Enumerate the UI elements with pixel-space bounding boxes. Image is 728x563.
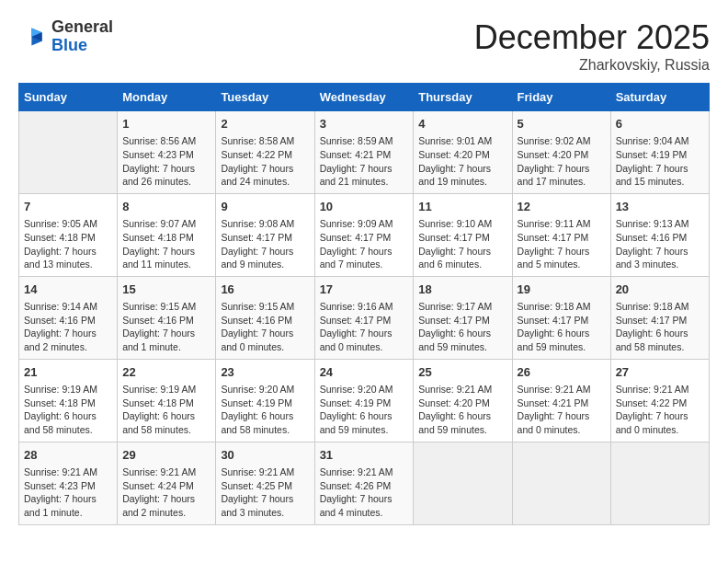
day-number: 2	[221, 116, 309, 132]
page-header: General Blue December 2025 Zharkovskiy, …	[18, 18, 710, 74]
calendar-cell: 19Sunrise: 9:18 AM Sunset: 4:17 PM Dayli…	[512, 276, 610, 359]
calendar-cell: 11Sunrise: 9:10 AM Sunset: 4:17 PM Dayli…	[414, 193, 512, 276]
day-info: Sunrise: 9:13 AM Sunset: 4:16 PM Dayligh…	[616, 217, 704, 271]
calendar-cell: 30Sunrise: 9:21 AM Sunset: 4:25 PM Dayli…	[216, 442, 314, 524]
location-subtitle: Zharkovskiy, Russia	[474, 57, 710, 74]
day-info: Sunrise: 9:01 AM Sunset: 4:20 PM Dayligh…	[418, 134, 506, 189]
day-info: Sunrise: 9:15 AM Sunset: 4:16 PM Dayligh…	[122, 300, 210, 354]
calendar-cell: 25Sunrise: 9:21 AM Sunset: 4:20 PM Dayli…	[414, 359, 512, 442]
day-info: Sunrise: 9:19 AM Sunset: 4:18 PM Dayligh…	[24, 383, 112, 437]
calendar-cell: 12Sunrise: 9:11 AM Sunset: 4:17 PM Dayli…	[512, 193, 610, 276]
day-info: Sunrise: 9:20 AM Sunset: 4:19 PM Dayligh…	[221, 383, 309, 437]
weekday-header-thursday: Thursday	[414, 84, 512, 111]
day-number: 13	[616, 199, 704, 215]
calendar-cell: 28Sunrise: 9:21 AM Sunset: 4:23 PM Dayli…	[19, 442, 118, 524]
day-info: Sunrise: 9:02 AM Sunset: 4:20 PM Dayligh…	[518, 134, 606, 189]
day-info: Sunrise: 9:05 AM Sunset: 4:18 PM Dayligh…	[24, 217, 112, 271]
day-number: 25	[418, 364, 506, 381]
day-info: Sunrise: 9:10 AM Sunset: 4:17 PM Dayligh…	[418, 217, 506, 271]
calendar-cell: 17Sunrise: 9:16 AM Sunset: 4:17 PM Dayli…	[314, 276, 414, 359]
calendar-cell: 18Sunrise: 9:17 AM Sunset: 4:17 PM Dayli…	[414, 276, 512, 359]
day-number: 19	[518, 282, 606, 298]
day-number: 4	[418, 116, 506, 132]
title-block: December 2025 Zharkovskiy, Russia	[474, 18, 710, 74]
day-number: 14	[24, 282, 112, 298]
calendar-cell: 13Sunrise: 9:13 AM Sunset: 4:16 PM Dayli…	[610, 193, 709, 276]
weekday-header-monday: Monday	[118, 84, 216, 111]
day-number: 16	[221, 282, 309, 298]
day-info: Sunrise: 9:21 AM Sunset: 4:22 PM Dayligh…	[616, 383, 704, 437]
day-info: Sunrise: 8:59 AM Sunset: 4:21 PM Dayligh…	[320, 134, 409, 189]
day-info: Sunrise: 9:07 AM Sunset: 4:18 PM Dayligh…	[122, 217, 210, 271]
calendar-cell: 7Sunrise: 9:05 AM Sunset: 4:18 PM Daylig…	[19, 193, 118, 276]
day-info: Sunrise: 8:58 AM Sunset: 4:22 PM Dayligh…	[221, 134, 309, 189]
calendar-cell: 2Sunrise: 8:58 AM Sunset: 4:22 PM Daylig…	[216, 111, 314, 194]
day-info: Sunrise: 9:04 AM Sunset: 4:19 PM Dayligh…	[616, 134, 704, 189]
day-info: Sunrise: 9:21 AM Sunset: 4:26 PM Dayligh…	[320, 465, 409, 520]
calendar-cell	[512, 442, 610, 524]
calendar-cell: 20Sunrise: 9:18 AM Sunset: 4:17 PM Dayli…	[610, 276, 709, 359]
day-number: 3	[320, 116, 409, 132]
weekday-header-tuesday: Tuesday	[216, 84, 314, 111]
day-info: Sunrise: 9:21 AM Sunset: 4:25 PM Dayligh…	[221, 465, 309, 520]
day-number: 27	[616, 364, 704, 381]
calendar-cell: 21Sunrise: 9:19 AM Sunset: 4:18 PM Dayli…	[19, 359, 118, 442]
day-info: Sunrise: 9:21 AM Sunset: 4:24 PM Dayligh…	[122, 465, 210, 520]
calendar-cell: 24Sunrise: 9:20 AM Sunset: 4:19 PM Dayli…	[314, 359, 414, 442]
day-info: Sunrise: 9:21 AM Sunset: 4:20 PM Dayligh…	[418, 383, 506, 437]
day-number: 1	[122, 116, 210, 132]
calendar-cell: 26Sunrise: 9:21 AM Sunset: 4:21 PM Dayli…	[512, 359, 610, 442]
day-number: 21	[24, 364, 112, 381]
month-title: December 2025	[474, 18, 710, 57]
day-number: 8	[122, 199, 210, 215]
day-number: 7	[24, 199, 112, 215]
day-number: 17	[320, 282, 409, 298]
day-info: Sunrise: 9:21 AM Sunset: 4:23 PM Dayligh…	[24, 465, 112, 520]
calendar-cell: 8Sunrise: 9:07 AM Sunset: 4:18 PM Daylig…	[118, 193, 216, 276]
calendar-cell	[610, 442, 709, 524]
day-number: 24	[320, 364, 409, 381]
calendar-cell: 31Sunrise: 9:21 AM Sunset: 4:26 PM Dayli…	[314, 442, 414, 524]
calendar-cell: 15Sunrise: 9:15 AM Sunset: 4:16 PM Dayli…	[118, 276, 216, 359]
calendar-cell: 27Sunrise: 9:21 AM Sunset: 4:22 PM Dayli…	[610, 359, 709, 442]
day-info: Sunrise: 9:17 AM Sunset: 4:17 PM Dayligh…	[418, 300, 506, 354]
calendar-cell	[414, 442, 512, 524]
day-number: 26	[518, 364, 606, 381]
calendar-week-row: 1Sunrise: 8:56 AM Sunset: 4:23 PM Daylig…	[19, 111, 710, 194]
day-number: 31	[320, 447, 409, 464]
calendar-week-row: 7Sunrise: 9:05 AM Sunset: 4:18 PM Daylig…	[19, 193, 710, 276]
weekday-header-saturday: Saturday	[610, 84, 709, 111]
day-info: Sunrise: 9:09 AM Sunset: 4:17 PM Dayligh…	[320, 217, 409, 271]
day-number: 20	[616, 282, 704, 298]
calendar-table: SundayMondayTuesdayWednesdayThursdayFrid…	[18, 83, 710, 525]
day-info: Sunrise: 9:14 AM Sunset: 4:16 PM Dayligh…	[24, 300, 112, 354]
calendar-cell: 22Sunrise: 9:19 AM Sunset: 4:18 PM Dayli…	[118, 359, 216, 442]
day-number: 22	[122, 364, 210, 381]
day-info: Sunrise: 9:21 AM Sunset: 4:21 PM Dayligh…	[518, 383, 606, 437]
calendar-cell: 14Sunrise: 9:14 AM Sunset: 4:16 PM Dayli…	[19, 276, 118, 359]
day-number: 23	[221, 364, 309, 381]
day-number: 15	[122, 282, 210, 298]
day-info: Sunrise: 9:16 AM Sunset: 4:17 PM Dayligh…	[320, 300, 409, 354]
day-number: 10	[320, 199, 409, 215]
day-number: 9	[221, 199, 309, 215]
day-number: 29	[122, 447, 210, 464]
weekday-header-friday: Friday	[512, 84, 610, 111]
weekday-header-row: SundayMondayTuesdayWednesdayThursdayFrid…	[19, 84, 710, 111]
calendar-week-row: 28Sunrise: 9:21 AM Sunset: 4:23 PM Dayli…	[19, 442, 710, 524]
calendar-cell: 10Sunrise: 9:09 AM Sunset: 4:17 PM Dayli…	[314, 193, 414, 276]
logo-text: General Blue	[51, 18, 113, 55]
calendar-cell: 3Sunrise: 8:59 AM Sunset: 4:21 PM Daylig…	[314, 111, 414, 194]
calendar-week-row: 14Sunrise: 9:14 AM Sunset: 4:16 PM Dayli…	[19, 276, 710, 359]
day-info: Sunrise: 9:08 AM Sunset: 4:17 PM Dayligh…	[221, 217, 309, 271]
logo: General Blue	[18, 18, 113, 55]
calendar-cell: 23Sunrise: 9:20 AM Sunset: 4:19 PM Dayli…	[216, 359, 314, 442]
calendar-cell	[19, 111, 118, 194]
day-number: 12	[518, 199, 606, 215]
calendar-cell: 6Sunrise: 9:04 AM Sunset: 4:19 PM Daylig…	[610, 111, 709, 194]
day-number: 11	[418, 199, 506, 215]
day-number: 28	[24, 447, 112, 464]
day-info: Sunrise: 9:15 AM Sunset: 4:16 PM Dayligh…	[221, 300, 309, 354]
calendar-cell: 5Sunrise: 9:02 AM Sunset: 4:20 PM Daylig…	[512, 111, 610, 194]
day-number: 6	[616, 116, 704, 132]
